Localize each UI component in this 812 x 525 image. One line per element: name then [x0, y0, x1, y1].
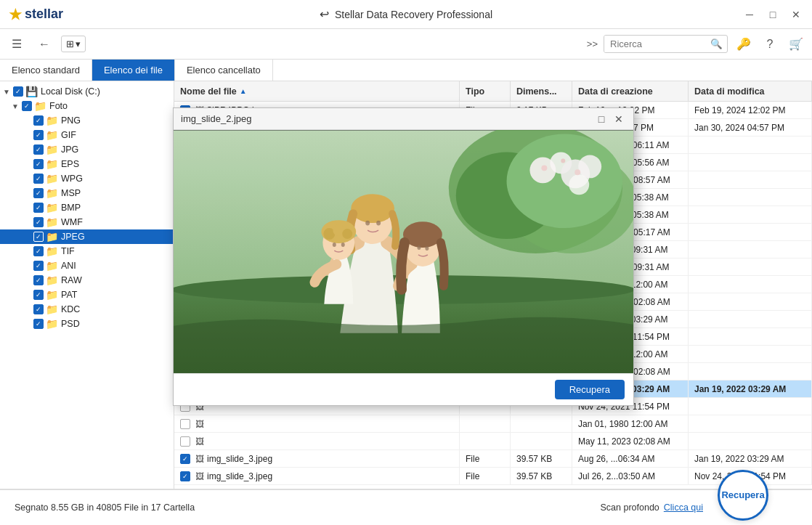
key-button[interactable]: 🔑 — [734, 34, 754, 54]
tree-item-jpg[interactable]: 📁 JPG — [0, 142, 174, 157]
search-button[interactable]: 🔍 — [706, 36, 727, 52]
view-toggle-button[interactable]: ⊞ ▾ — [61, 36, 86, 52]
file-list-header: Nome del file ▲ Tipo Dimens... Data di c… — [174, 81, 812, 102]
recupera-button[interactable]: Recupera — [555, 380, 625, 399]
file-cell-data-creaz: Jul 26, 2...03:50 AM — [572, 468, 689, 484]
folder-icon-msp: 📁 — [46, 187, 58, 199]
help-button[interactable]: ? — [760, 34, 780, 54]
checkbox-tif[interactable] — [33, 246, 44, 256]
checkbox-jpg[interactable] — [33, 145, 44, 155]
tree-label-pat: PAT — [61, 290, 77, 300]
col-header-data-creaz[interactable]: Data di creazione — [572, 81, 689, 101]
tree-item-eps[interactable]: 📁 EPS — [0, 157, 174, 171]
file-cell-data-creaz: Jan 01, 1980 12:00 AM — [572, 415, 689, 432]
checkbox-raw[interactable] — [33, 275, 44, 285]
tree-label-psd: PSD — [61, 319, 80, 329]
tree-item-kdc[interactable]: 📁 KDC — [0, 302, 174, 317]
checkbox-kdc[interactable] — [33, 304, 44, 314]
file-icon: 🖼 — [195, 454, 204, 464]
tabs-bar: Elenco standard Elenco dei file Elenco c… — [0, 60, 812, 81]
preview-maximize-button[interactable]: □ — [594, 112, 609, 126]
file-row[interactable]: 🖼 Jan 01, 1980 12:00 AM — [174, 415, 812, 433]
file-row[interactable]: 🖼 May 11, 2023 02:08 AM — [174, 433, 812, 450]
col-header-dimens[interactable]: Dimens... — [511, 81, 572, 101]
search-input[interactable] — [604, 36, 706, 52]
tree-item-psd[interactable]: 📁 PSD — [0, 317, 174, 331]
tab-files[interactable]: Elenco dei file — [92, 60, 175, 81]
cart-button[interactable]: 🛒 — [786, 34, 806, 54]
checkbox-wmf[interactable] — [33, 217, 44, 227]
maximize-button[interactable]: □ — [766, 7, 780, 22]
tab-deleted[interactable]: Elenco cancellato — [175, 60, 273, 81]
checkbox-pat[interactable] — [33, 290, 44, 300]
col-header-tipo[interactable]: Tipo — [460, 81, 511, 101]
file-cell-data-mod — [689, 259, 812, 275]
file-row[interactable]: 🖼 img_slide_3.jpeg File 39.57 KB Jul 26,… — [174, 468, 812, 485]
app-logo: ★ stellar — [9, 6, 63, 23]
tree-panel: ▼ 💾 Local Disk (C:) ▼ 📁 Foto 📁 PNG 📁 GIF — [0, 81, 174, 489]
close-button[interactable]: ✕ — [789, 7, 803, 22]
checkbox-msp[interactable] — [33, 188, 44, 198]
file-cell-data-mod — [689, 206, 812, 223]
folder-icon-wpg: 📁 — [46, 173, 58, 184]
logo-star: ★ — [9, 6, 22, 23]
file-row[interactable]: 🖼 img_slide_3.jpeg File 39.57 KB Aug 26,… — [174, 450, 812, 468]
checkbox-local-disk[interactable] — [13, 86, 23, 97]
tree-item-raw[interactable]: 📁 RAW — [0, 273, 174, 288]
tree-item-wpg[interactable]: 📁 WPG — [0, 171, 174, 186]
checkbox-wpg[interactable] — [33, 174, 44, 184]
tree-item-ani[interactable]: 📁 ANI — [0, 259, 174, 273]
tree-item-pat[interactable]: 📁 PAT — [0, 288, 174, 302]
tree-label-jpeg: JPEG — [61, 232, 85, 242]
checkbox-gif[interactable] — [33, 130, 44, 140]
tab-standard[interactable]: Elenco standard — [0, 60, 92, 81]
checkbox-psd[interactable] — [33, 319, 44, 329]
preview-titlebar: img_slide_2.jpeg □ ✕ — [174, 108, 633, 130]
checkbox-eps[interactable] — [33, 159, 44, 169]
file-checkbox[interactable] — [180, 419, 190, 429]
tree-item-local-disk[interactable]: ▼ 💾 Local Disk (C:) — [0, 84, 174, 99]
tree-item-png[interactable]: 📁 PNG — [0, 113, 174, 128]
checkbox-bmp[interactable] — [33, 203, 44, 213]
svg-rect-30 — [174, 131, 633, 373]
tree-item-gif[interactable]: 📁 GIF — [0, 128, 174, 142]
scan-link[interactable]: Clicca qui — [664, 502, 703, 513]
tree-item-bmp[interactable]: 📁 BMP — [0, 200, 174, 215]
tree-label-raw: RAW — [61, 275, 82, 285]
file-checkbox[interactable] — [180, 471, 190, 481]
file-cell-data-mod — [689, 328, 812, 345]
folder-icon-pat: 📁 — [46, 289, 58, 301]
preview-title: img_slide_2.jpeg — [181, 113, 252, 124]
checkbox-png[interactable] — [33, 115, 44, 126]
file-cell-data-mod: Jan 30, 2024 04:57 PM — [689, 119, 812, 136]
tree-label-tif: TIF — [61, 246, 75, 256]
menu-button[interactable]: ☰ — [6, 33, 28, 55]
tree-item-wmf[interactable]: 📁 WMF — [0, 215, 174, 229]
col-header-name[interactable]: Nome del file ▲ — [174, 81, 460, 101]
recupera-circle-button[interactable]: Recupera — [718, 470, 768, 521]
folder-icon-raw: 📁 — [46, 274, 58, 286]
tree-label-msp: MSP — [61, 188, 81, 198]
tree-item-msp[interactable]: 📁 MSP — [0, 186, 174, 200]
tree-item-jpeg[interactable]: 📁 JPEG — [0, 229, 174, 244]
tree-item-tif[interactable]: 📁 TIF — [0, 244, 174, 259]
file-cell-data-mod — [689, 189, 812, 205]
file-checkbox[interactable] — [180, 454, 190, 464]
tree-item-foto[interactable]: ▼ 📁 Foto — [0, 99, 174, 113]
titlebar-center: ↩ Stellar Data Recovery Professional — [320, 7, 492, 21]
checkbox-jpeg[interactable] — [33, 232, 44, 242]
file-cell-data-mod — [689, 137, 812, 153]
file-checkbox[interactable] — [180, 436, 190, 447]
folder-icon-bmp: 📁 — [46, 202, 58, 213]
folder-icon-psd: 📁 — [46, 318, 58, 330]
checkbox-foto[interactable] — [22, 101, 32, 111]
back-button[interactable]: ← — [33, 33, 55, 55]
folder-icon-eps: 📁 — [46, 158, 58, 170]
file-cell-data-mod — [689, 154, 812, 171]
minimize-button[interactable]: ─ — [742, 7, 757, 22]
file-cell-dimens — [511, 433, 572, 449]
checkbox-ani[interactable] — [33, 261, 44, 271]
col-header-data-mod[interactable]: Data di modifica — [689, 81, 812, 101]
preview-close-button[interactable]: ✕ — [612, 112, 626, 126]
logo-text: stellar — [25, 7, 63, 22]
